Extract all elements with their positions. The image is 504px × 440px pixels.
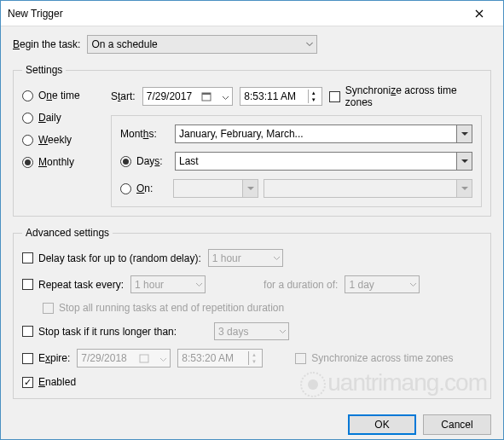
repeat-row: Repeat task every: 1 hour for a duration… [22,275,482,293]
radio-one-time[interactable]: One time [22,90,99,101]
radio-days-label: Days: [136,155,163,167]
days-select[interactable]: Last [175,152,472,171]
sync-timezone-checkbox[interactable]: Synchronize across time zones [329,84,482,108]
delay-row: Delay task for up to (random delay): 1 h… [22,249,482,267]
start-label: Start: [111,90,136,102]
months-select[interactable]: January, February, March... [175,124,472,143]
advanced-group: Advanced settings Delay task for up to (… [13,227,491,399]
radio-daily-label: Daily [38,112,61,124]
chevron-down-icon [242,180,258,197]
begin-task-row: Begin the task: On a schedule [13,35,491,54]
radio-monthly-label: Monthly [38,156,74,168]
on-row: On: [120,179,472,198]
chevron-down-icon [196,283,202,287]
begin-task-select[interactable]: On a schedule [87,35,317,54]
stop-repetition-label: Stop all running tasks at end of repetit… [59,302,284,314]
monthly-box: Months: January, February, March... Days… [111,115,482,207]
radio-daily[interactable]: Daily [22,112,99,124]
chevron-down-icon [223,90,229,102]
months-value: January, February, March... [179,128,304,140]
chevron-down-icon [160,352,166,364]
window-title: New Trigger [8,8,462,20]
enabled-checkbox[interactable]: Enabled [22,376,76,388]
checkbox-icon [22,353,33,364]
checkbox-icon [22,377,33,388]
radio-weekly[interactable]: Weekly [22,134,99,146]
duration-label: for a duration of: [264,279,338,291]
repeat-value-select: 1 hour [130,275,206,293]
radio-icon [120,183,131,194]
chevron-down-icon [456,125,472,142]
calendar-icon [138,352,150,364]
spinner-icon: ▲▼ [308,90,318,103]
chevron-down-icon [306,43,313,47]
advanced-legend: Advanced settings [22,227,113,239]
chevron-down-icon [274,257,280,260]
stop-long-row: Stop task if it runs longer than: 3 days [22,322,482,340]
svg-rect-1 [202,93,211,95]
stop-long-value: 3 days [218,326,248,338]
radio-icon [22,135,33,146]
checkbox-icon [22,252,33,263]
radio-weekly-label: Weekly [38,134,72,146]
start-date-input[interactable]: 7/29/2017 [142,87,234,106]
radio-monthly[interactable]: Monthly [22,156,99,168]
content: Begin the task: On a schedule Settings O… [1,26,503,408]
expire-sync-checkbox: Synchronize across time zones [295,352,453,364]
recurrence-column: One time Daily Weekly Monthly [22,84,99,207]
radio-icon [22,157,33,168]
checkbox-icon [295,353,306,364]
on-week-select [173,179,258,198]
radio-on-label: On: [136,182,153,194]
months-row: Months: January, February, March... [120,124,472,143]
chevron-down-icon [456,153,472,170]
checkbox-icon [22,279,33,290]
advanced-section: Advanced settings Delay task for up to (… [13,223,491,399]
delay-value-select: 1 hour [208,249,283,267]
chevron-down-icon [280,330,286,333]
enabled-row: Enabled [22,376,482,388]
ok-button[interactable]: OK [348,414,416,435]
stop-long-checkbox[interactable]: Stop task if it runs longer than: [22,326,177,338]
close-icon [475,9,484,18]
expire-date-input: 7/29/2018 [77,349,171,368]
window: New Trigger Begin the task: On a schedul… [0,0,504,440]
months-label: Months: [120,128,168,140]
expire-checkbox[interactable]: Expire: [22,352,70,364]
stop-long-label: Stop task if it runs longer than: [38,326,177,338]
begin-task-label: Begin the task: [13,38,80,50]
delay-label: Delay task for up to (random delay): [38,252,201,264]
radio-days[interactable]: Days: [120,155,168,167]
start-date-value: 7/29/2017 [147,90,192,102]
stop-long-value-select: 3 days [214,322,289,340]
delay-value: 1 hour [212,252,241,264]
button-row: OK Cancel [1,408,503,440]
stop-repetition-row: Stop all running tasks at end of repetit… [43,302,482,314]
radio-icon [120,156,131,167]
chevron-down-icon [410,283,416,287]
start-row: Start: 7/29/2017 8:53:11 AM ▲▼ Syn [111,84,482,108]
close-button[interactable] [462,1,496,26]
settings-group: Settings One time Daily Weekly [13,64,491,217]
checkbox-icon [43,303,54,314]
expire-time-value: 8:53:20 AM [182,352,234,364]
checkbox-icon [22,326,33,337]
settings-legend: Settings [22,64,66,76]
start-time-input[interactable]: 8:53:11 AM ▲▼ [240,87,322,106]
svg-rect-2 [140,355,148,362]
radio-one-time-label: One time [38,90,80,101]
stop-repetition-checkbox: Stop all running tasks at end of repetit… [43,302,284,314]
enabled-label: Enabled [38,376,76,388]
days-value: Last [179,155,199,167]
repeat-label: Repeat task every: [38,279,124,291]
duration-value-select: 1 day [345,275,420,293]
radio-icon [22,113,33,124]
radio-on[interactable]: On: [120,182,168,194]
calendar-icon [200,90,212,102]
spinner-icon: ▲▼ [248,351,258,365]
cancel-button[interactable]: Cancel [423,414,491,435]
radio-icon [22,90,33,101]
repeat-checkbox[interactable]: Repeat task every: [22,279,124,291]
delay-checkbox[interactable]: Delay task for up to (random delay): [22,252,201,264]
sync-timezone-label: Synchronize across time zones [345,84,482,108]
